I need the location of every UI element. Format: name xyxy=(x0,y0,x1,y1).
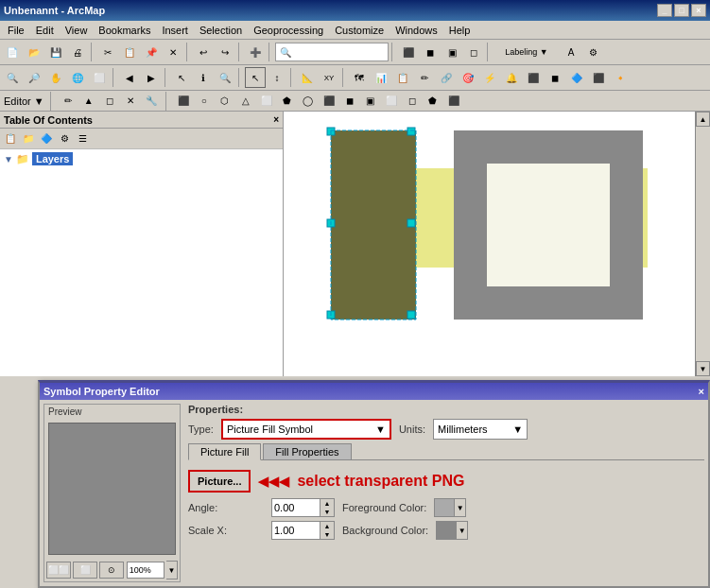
edit-tool9[interactable]: △ xyxy=(237,93,254,110)
edit-tool6[interactable]: ⬛ xyxy=(175,93,192,110)
units-dropdown[interactable]: Millimeters ▼ xyxy=(433,419,528,440)
toc-btn5[interactable]: ☰ xyxy=(74,130,91,147)
select-tool[interactable]: ↖ xyxy=(171,67,192,88)
find-tool[interactable]: 🔍 xyxy=(215,67,235,88)
extra4[interactable]: ✏ xyxy=(414,67,435,88)
extra12[interactable]: ⬛ xyxy=(588,67,609,88)
open-button[interactable]: 📂 xyxy=(24,42,44,62)
undo-button[interactable]: ↩ xyxy=(193,42,214,62)
menu-insert[interactable]: Insert xyxy=(156,23,194,38)
preview-fit-btn[interactable]: ⬜ xyxy=(73,562,97,579)
preview-zoom-arrow[interactable]: ▼ xyxy=(166,561,178,579)
edit-tool4[interactable]: ✕ xyxy=(122,93,139,110)
preview-zoom-dropdown[interactable]: 100% xyxy=(127,562,165,579)
edit-tool11[interactable]: ⬟ xyxy=(279,93,296,110)
dialog-close-button[interactable]: × xyxy=(699,386,704,397)
edit-tool1[interactable]: ✏ xyxy=(60,93,77,110)
preview-center-btn[interactable]: ⊙ xyxy=(99,562,124,579)
copy-button[interactable]: 📋 xyxy=(119,42,140,62)
edit-tool3[interactable]: ◻ xyxy=(101,93,118,110)
redo-button[interactable]: ↪ xyxy=(215,42,235,62)
menu-view[interactable]: View xyxy=(60,23,94,38)
edit-tool15[interactable]: ▣ xyxy=(362,93,379,110)
menu-bookmarks[interactable]: Bookmarks xyxy=(93,23,156,38)
pan-tool[interactable]: ✋ xyxy=(45,67,66,88)
edit-tool16[interactable]: ⬜ xyxy=(383,93,400,110)
identify-tool[interactable]: ℹ xyxy=(193,67,214,88)
scroll-up[interactable]: ▲ xyxy=(696,112,710,127)
extra3[interactable]: 📋 xyxy=(392,67,413,88)
bg-color-arrow[interactable]: ▼ xyxy=(457,521,468,540)
tool5[interactable]: A xyxy=(561,42,581,62)
extra10[interactable]: ◼ xyxy=(545,67,565,88)
edit-tool17[interactable]: ◻ xyxy=(404,93,421,110)
extra1[interactable]: 🗺 xyxy=(349,67,370,88)
back-tool[interactable]: ◀ xyxy=(119,67,140,88)
tab-picture-fill[interactable]: Picture Fill xyxy=(188,443,261,460)
angle-down[interactable]: ▼ xyxy=(320,508,334,516)
menu-edit[interactable]: Edit xyxy=(30,23,60,38)
extra11[interactable]: 🔷 xyxy=(566,67,587,88)
menu-windows[interactable]: Windows xyxy=(390,23,443,38)
edit-tool2[interactable]: ▲ xyxy=(80,93,97,110)
extra6[interactable]: 🎯 xyxy=(458,67,478,88)
edit-tool18[interactable]: ⬟ xyxy=(424,93,442,110)
extra2[interactable]: 📊 xyxy=(371,67,391,88)
delete-button[interactable]: ✕ xyxy=(163,42,183,62)
preview-stretch-btn[interactable]: ⬜⬜ xyxy=(46,562,71,579)
type-dropdown[interactable]: Picture Fill Symbol ▼ xyxy=(221,419,391,440)
layer-item-layers[interactable]: ▼ 📁 Layers xyxy=(2,151,281,166)
tab-fill-properties[interactable]: Fill Properties xyxy=(263,443,351,459)
scroll-down[interactable]: ▼ xyxy=(696,361,710,376)
paste-button[interactable]: 📌 xyxy=(141,42,162,62)
toc-close[interactable]: × xyxy=(273,114,279,125)
cut-button[interactable]: ✂ xyxy=(97,42,118,62)
fwd-tool[interactable]: ▶ xyxy=(141,67,162,88)
scalex-input[interactable]: 1.00 xyxy=(272,522,320,539)
add-button[interactable]: ➕ xyxy=(245,42,266,62)
extra5[interactable]: 🔗 xyxy=(436,67,457,88)
toc-btn3[interactable]: 🔷 xyxy=(38,130,55,147)
zoom-out[interactable]: 🔎 xyxy=(24,67,44,88)
menu-geoprocessing[interactable]: Geoprocessing xyxy=(248,23,329,38)
tool6[interactable]: ⚙ xyxy=(582,42,603,62)
edit-tool12[interactable]: ◯ xyxy=(300,93,317,110)
picture-button[interactable]: Picture... xyxy=(188,470,251,493)
toc-btn1[interactable]: 📋 xyxy=(2,130,19,147)
toc-btn2[interactable]: 📁 xyxy=(20,130,37,147)
fg-color-arrow[interactable]: ▼ xyxy=(455,498,466,517)
extra9[interactable]: ⬛ xyxy=(523,67,544,88)
edit-tool13[interactable]: ⬛ xyxy=(320,93,338,110)
maximize-button[interactable]: □ xyxy=(674,4,689,17)
extra7[interactable]: ⚡ xyxy=(479,67,500,88)
fg-color-button[interactable] xyxy=(434,498,455,517)
edit-tool19[interactable]: ⬛ xyxy=(445,93,462,110)
save-button[interactable]: 💾 xyxy=(45,42,66,62)
cursor-tool[interactable]: ↖ xyxy=(245,67,266,88)
edit-tool7[interactable]: ○ xyxy=(196,93,213,110)
scalex-up[interactable]: ▲ xyxy=(320,522,334,530)
extra8[interactable]: 🔔 xyxy=(501,67,522,88)
bg-color-button[interactable] xyxy=(436,521,457,540)
angle-input[interactable]: 0.00 xyxy=(272,499,320,516)
edit-tool14[interactable]: ◼ xyxy=(341,93,358,110)
labeling-dropdown-btn[interactable]: Labeling ▼ xyxy=(494,42,560,62)
globe-tool[interactable]: 🌐 xyxy=(67,67,88,88)
minimize-button[interactable]: _ xyxy=(657,4,672,17)
zoom-in[interactable]: 🔍 xyxy=(2,67,23,88)
menu-file[interactable]: File xyxy=(2,23,30,38)
edit-tool5[interactable]: 🔧 xyxy=(143,93,160,110)
close-button[interactable]: × xyxy=(691,4,706,17)
menu-selection[interactable]: Selection xyxy=(194,23,248,38)
extent-tool[interactable]: ⬜ xyxy=(89,67,110,88)
search-dropdown[interactable]: 🔍 xyxy=(275,43,389,61)
pointer-tool[interactable]: ↕ xyxy=(267,67,287,88)
tool3[interactable]: ▣ xyxy=(442,42,462,62)
extra13[interactable]: 🔸 xyxy=(610,67,631,88)
menu-customize[interactable]: Customize xyxy=(329,23,390,38)
menu-help[interactable]: Help xyxy=(443,23,476,38)
print-button[interactable]: 🖨 xyxy=(67,42,88,62)
coord-tool[interactable]: XY xyxy=(319,67,339,88)
tool1[interactable]: ⬛ xyxy=(398,42,419,62)
editor-label[interactable]: Editor ▼ xyxy=(4,95,44,107)
